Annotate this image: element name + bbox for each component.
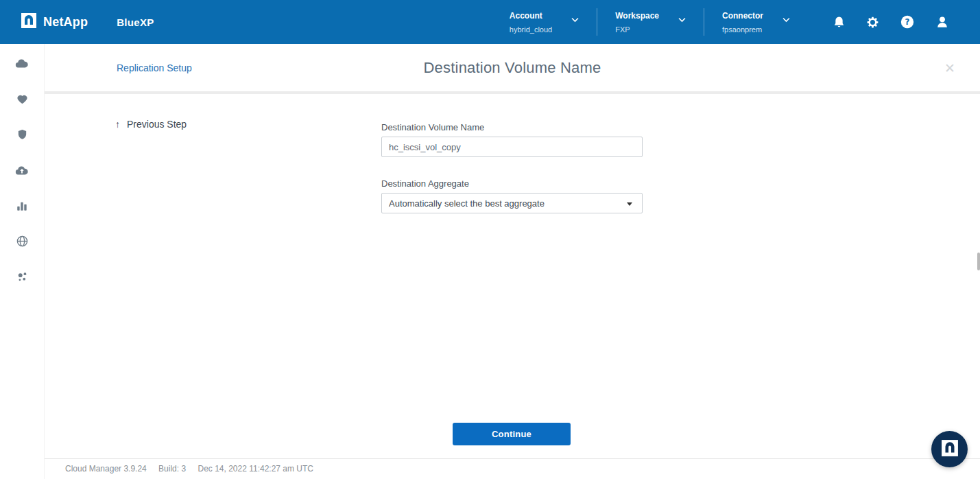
health-icon bbox=[16, 93, 29, 108]
destination-aggregate-label: Destination Aggregate bbox=[381, 178, 469, 189]
chevron-down-icon bbox=[571, 13, 579, 25]
sidebar-item-protection[interactable] bbox=[14, 128, 30, 143]
mobility-icon bbox=[14, 164, 29, 179]
brand: NetApp bbox=[21, 12, 88, 32]
gear-icon[interactable] bbox=[865, 15, 880, 30]
wizard-header: Replication Setup Destination Volume Nam… bbox=[45, 44, 980, 91]
footer-build: Build: 3 bbox=[158, 464, 186, 474]
destination-aggregate-select[interactable]: Automatically select the best aggregate bbox=[381, 193, 643, 213]
destination-aggregate-selected-value: Automatically select the best aggregate bbox=[389, 198, 545, 209]
scrollbar-thumb[interactable] bbox=[977, 253, 980, 270]
close-icon[interactable]: ✕ bbox=[944, 60, 955, 76]
account-selector[interactable]: Account hybrid_cloud bbox=[492, 11, 597, 34]
chat-button[interactable] bbox=[931, 431, 968, 467]
user-icon[interactable] bbox=[935, 14, 950, 30]
sidebar-item-governance[interactable] bbox=[14, 235, 30, 250]
netapp-logo bbox=[21, 12, 37, 32]
arrow-up-icon: ↑ bbox=[115, 119, 120, 130]
topbar-right: Account hybrid_cloud Workspace FXP bbox=[492, 0, 980, 44]
topbar-icon-cluster: ? bbox=[833, 14, 950, 30]
connector-label: Connector bbox=[722, 11, 763, 21]
chat-netapp-logo bbox=[941, 439, 959, 460]
sidebar-item-health[interactable] bbox=[14, 92, 30, 108]
header-divider bbox=[45, 91, 980, 94]
connector-value: fpsaonprem bbox=[722, 25, 763, 34]
left-sidebar-nav bbox=[0, 44, 45, 479]
destination-volume-name-input[interactable] bbox=[381, 137, 643, 157]
workspace-value: FXP bbox=[615, 25, 659, 34]
caret-down-icon bbox=[627, 202, 632, 206]
chevron-down-icon bbox=[782, 13, 790, 25]
footer-version-info: Cloud Manager 3.9.24 Build: 3 Dec 14, 20… bbox=[65, 464, 323, 474]
account-value: hybrid_cloud bbox=[510, 25, 552, 34]
account-label: Account bbox=[510, 11, 552, 21]
storage-icon bbox=[14, 57, 29, 72]
governance-icon bbox=[16, 235, 29, 250]
continue-button[interactable]: Continue bbox=[453, 423, 571, 445]
help-icon[interactable]: ? bbox=[900, 14, 915, 30]
analytics-icon bbox=[16, 200, 28, 215]
protection-icon bbox=[16, 128, 28, 144]
sidebar-item-extend[interactable] bbox=[14, 270, 30, 286]
footer-divider bbox=[45, 458, 980, 459]
chevron-down-icon bbox=[678, 13, 686, 25]
destination-volume-name-label: Destination Volume Name bbox=[381, 122, 484, 132]
brand-name: NetApp bbox=[43, 15, 88, 30]
product-name: BlueXP bbox=[117, 16, 154, 28]
sidebar-item-analytics[interactable] bbox=[14, 199, 30, 215]
svg-text:?: ? bbox=[905, 17, 910, 27]
sidebar-item-mobility[interactable] bbox=[14, 163, 30, 179]
previous-step-label: Previous Step bbox=[127, 119, 187, 130]
bell-icon[interactable] bbox=[833, 15, 846, 30]
workspace-label: Workspace bbox=[615, 11, 659, 21]
app-window: NetApp BlueXP Account hybrid_cloud Works… bbox=[0, 0, 980, 479]
extend-icon bbox=[16, 270, 29, 286]
main-content: Replication Setup Destination Volume Nam… bbox=[45, 44, 980, 479]
page-title: Destination Volume Name bbox=[45, 59, 980, 77]
previous-step-link[interactable]: ↑ Previous Step bbox=[115, 119, 187, 130]
footer-app-version: Cloud Manager 3.9.24 bbox=[65, 464, 147, 474]
workspace-selector[interactable]: Workspace FXP bbox=[597, 11, 704, 34]
top-navigation-bar: NetApp BlueXP Account hybrid_cloud Works… bbox=[0, 0, 980, 44]
footer-date: Dec 14, 2022 11:42:27 am UTC bbox=[198, 464, 313, 474]
sidebar-item-storage[interactable] bbox=[14, 56, 30, 72]
connector-selector[interactable]: Connector fpsaonprem bbox=[704, 11, 808, 34]
